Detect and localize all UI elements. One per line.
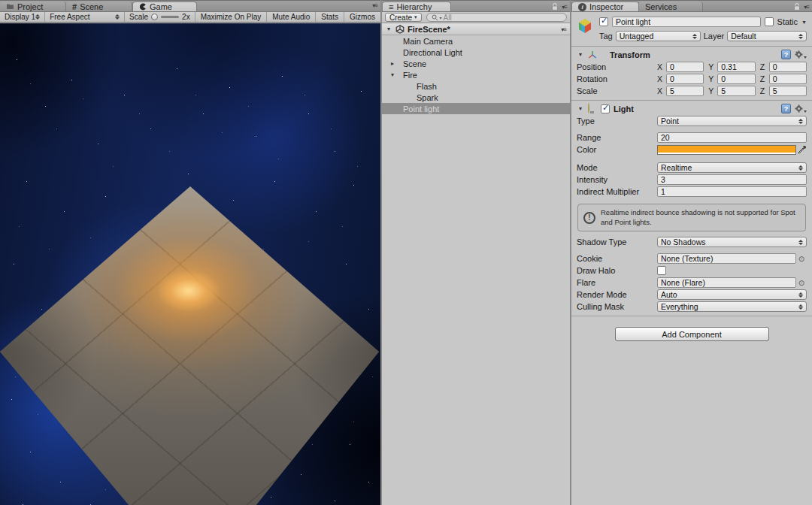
scale-y-field[interactable]: 5 — [717, 86, 755, 96]
scale-x-field[interactable]: 5 — [666, 86, 704, 96]
tree-item-fire[interactable]: ▾ Fire — [382, 69, 570, 80]
render-mode-value: Auto — [661, 290, 677, 299]
light-enabled-checkbox[interactable]: ✓ — [601, 104, 610, 113]
color-row: Color — [577, 144, 807, 156]
gear-icon[interactable] — [795, 104, 807, 113]
tree-item-label: Spark — [382, 93, 438, 102]
draw-halo-checkbox[interactable] — [657, 266, 666, 275]
maximize-on-play-button[interactable]: Maximize On Play — [195, 12, 267, 22]
cookie-row: Cookie None (Texture) ⊙ — [577, 252, 807, 265]
tree-item-main-camera[interactable]: Main Camera — [382, 35, 570, 47]
scale-slider-track[interactable] — [161, 16, 179, 18]
scale-slider-knob[interactable] — [151, 14, 158, 20]
lock-icon[interactable] — [551, 2, 559, 13]
tree-item-spark[interactable]: Spark — [382, 92, 570, 103]
tab-scene[interactable]: # Scene — [66, 2, 132, 11]
render-mode-dropdown[interactable]: Auto — [657, 289, 807, 300]
help-icon[interactable]: ? — [781, 104, 791, 113]
display-dropdown[interactable]: Display 1 — [0, 12, 45, 22]
eyedropper-icon[interactable] — [796, 146, 807, 154]
foldout-closed-icon[interactable]: ▸ — [389, 60, 396, 67]
shadow-type-value: No Shadows — [661, 237, 706, 246]
shadow-type-row: Shadow Type No Shadows — [577, 236, 807, 248]
cookie-object-field[interactable]: None (Texture) — [657, 253, 796, 264]
tree-item-label: Scene — [396, 59, 426, 68]
pane-menu-icon[interactable]: ▾≡ — [562, 4, 567, 11]
shadow-type-dropdown[interactable]: No Shadows — [657, 237, 807, 247]
tree-item-directional-light[interactable]: Directional Light — [382, 47, 570, 58]
stats-button[interactable]: Stats — [315, 12, 344, 22]
point-light-glow-core — [156, 270, 220, 312]
mode-dropdown[interactable]: Realtime — [657, 162, 807, 173]
tree-item-label: Directional Light — [382, 48, 462, 57]
name-field[interactable]: Point light — [612, 17, 761, 27]
dropdown-arrows-icon — [798, 165, 803, 171]
gameobject-header: ✓ Point light Static ▼ Tag Untagged Laye… — [571, 12, 812, 47]
scene-name: FireScene* — [408, 25, 450, 34]
tree-item-flash[interactable]: Flash — [382, 80, 570, 92]
pane-menu-icon[interactable]: ▾≡ — [372, 2, 377, 10]
add-component-button[interactable]: Add Component — [615, 327, 769, 341]
scale-label: Scale — [129, 13, 148, 21]
light-color-swatch[interactable] — [657, 145, 796, 155]
tab-inspector[interactable]: i Inspector — [571, 2, 639, 11]
range-label: Range — [577, 133, 657, 142]
active-checkbox[interactable]: ✓ — [599, 17, 608, 26]
type-dropdown[interactable]: Point — [657, 116, 807, 126]
tag-dropdown[interactable]: Untagged — [616, 31, 701, 41]
dropdown-arrows-icon — [798, 240, 803, 245]
foldout-open-icon[interactable]: ▾ — [577, 51, 584, 58]
mode-label: Mode — [577, 163, 657, 172]
search-input[interactable]: ▾ All — [426, 13, 567, 22]
gizmos-button[interactable]: Gizmos — [344, 12, 380, 22]
scene-grid-icon: # — [72, 2, 77, 11]
aspect-dropdown[interactable]: Free Aspect — [45, 12, 125, 22]
gear-icon[interactable] — [795, 50, 807, 59]
culling-mask-row: Culling Mask Everything — [577, 301, 807, 313]
pane-menu-icon[interactable]: ▾≡ — [804, 4, 809, 11]
layer-dropdown[interactable]: Default — [727, 31, 807, 41]
rotation-x-field[interactable]: 0 — [666, 74, 704, 84]
scale-z-field[interactable]: 5 — [769, 86, 807, 96]
foldout-open-icon[interactable]: ▾ — [577, 105, 584, 112]
position-x-field[interactable]: 0 — [666, 62, 704, 72]
scene-menu-icon[interactable]: ▾≡ — [561, 26, 566, 34]
position-z-field[interactable]: 0 — [769, 62, 807, 72]
transform-title: Transform — [610, 50, 650, 59]
game-toolbar: Display 1 Free Aspect Scale 2x Maximize … — [0, 12, 380, 23]
foldout-open-icon[interactable]: ▾ — [389, 71, 396, 78]
position-y-field[interactable]: 0.31 — [717, 62, 755, 72]
intensity-field[interactable]: 3 — [657, 174, 807, 185]
rotation-z-field[interactable]: 0 — [769, 74, 807, 84]
rotation-y-field[interactable]: 0 — [717, 74, 755, 84]
axis-z-label: Z — [760, 86, 769, 95]
lock-icon[interactable] — [793, 2, 801, 13]
help-icon[interactable]: ? — [781, 50, 791, 59]
dropdown-arrows-icon — [35, 14, 40, 20]
tab-services[interactable]: Services — [639, 2, 703, 11]
tab-game[interactable]: Game — [132, 2, 197, 11]
scale-slider-group: Scale 2x — [125, 12, 195, 22]
hierarchy-toolbar: Create ▾ ▾ All — [382, 12, 570, 23]
foldout-open-icon[interactable]: ▾ — [385, 26, 392, 32]
object-picker-icon[interactable]: ⊙ — [796, 255, 807, 263]
object-picker-icon[interactable]: ⊙ — [796, 279, 807, 287]
static-caret-icon[interactable]: ▼ — [801, 20, 807, 25]
scene-header-firescene[interactable]: ▾ FireScene* ▾≡ — [382, 23, 570, 35]
culling-mask-dropdown[interactable]: Everything — [657, 301, 807, 312]
tree-item-point-light[interactable]: Point light — [382, 103, 570, 114]
mute-audio-button[interactable]: Mute Audio — [266, 12, 315, 22]
indirect-multiplier-field[interactable]: 1 — [657, 186, 807, 197]
tab-project[interactable]: Project — [0, 2, 66, 11]
game-viewport[interactable] — [0, 23, 380, 505]
create-button[interactable]: Create ▾ — [385, 13, 422, 22]
tab-services-label: Services — [645, 2, 677, 11]
tree-item-scene[interactable]: ▸ Scene — [382, 58, 570, 69]
flare-object-field[interactable]: None (Flare) — [657, 277, 796, 288]
range-field[interactable]: 20 — [657, 132, 807, 143]
tab-hierarchy[interactable]: ≡ Hierarchy — [382, 2, 451, 11]
draw-halo-row: Draw Halo — [577, 265, 807, 277]
warning-box: ! Realtime indirect bounce shadowing is … — [577, 204, 806, 231]
range-row: Range 20 — [577, 132, 807, 144]
static-checkbox[interactable] — [765, 17, 774, 26]
